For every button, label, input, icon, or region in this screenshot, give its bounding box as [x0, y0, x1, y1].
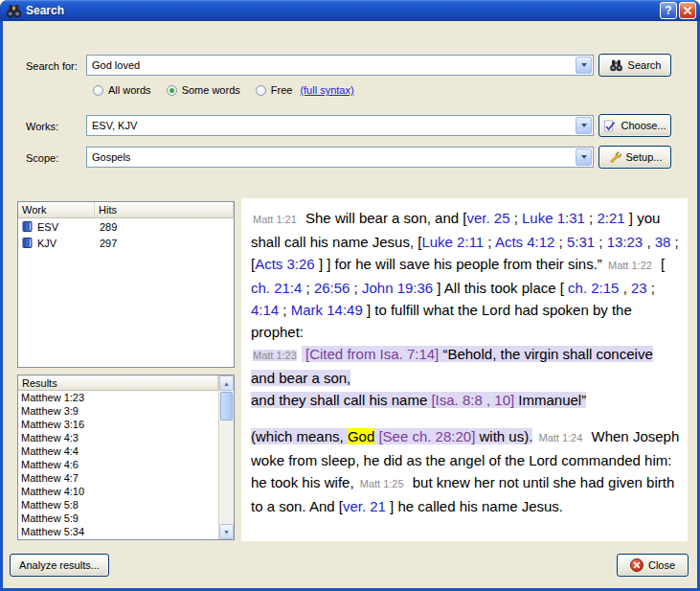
book-icon [21, 220, 34, 233]
radio-selected-icon [167, 85, 177, 96]
scripture-ref[interactable]: [Cited from Isa. 7:14] [305, 346, 439, 362]
column-header-work[interactable]: Work [18, 202, 95, 218]
work-name: ESV [37, 221, 58, 233]
scripture-ref[interactable]: Luke 1:31 [522, 210, 585, 226]
checkmark-icon [603, 120, 616, 132]
scripture-ref[interactable]: Acts 3:26 [255, 256, 315, 272]
scripture-ref[interactable]: [See ch. 28:20] [378, 428, 475, 444]
scripture-ref[interactable]: [Isa. 8:8 , 10] [431, 392, 514, 408]
verse-text: ] he called his name Jesus. [386, 498, 563, 514]
search-dialog: Search ? Search for: God loved [0, 0, 700, 591]
verse-text: , [643, 234, 655, 250]
hits-count: 297 [95, 238, 117, 249]
list-item[interactable]: Matthew 4:10 [18, 485, 218, 498]
analyze-results-button[interactable]: Analyze results... [10, 554, 109, 577]
window-close-button[interactable] [679, 2, 696, 19]
close-icon [630, 558, 644, 572]
scripture-ref[interactable]: John 19:36 [362, 280, 433, 296]
verse-text: ; [350, 280, 362, 296]
scripture-ref[interactable]: 4:14 [251, 302, 279, 318]
works-combobox[interactable]: ESV, KJV [86, 115, 594, 136]
book-icon [21, 237, 34, 249]
close-button[interactable]: Close [617, 554, 689, 577]
verse-text: ; [279, 302, 291, 318]
scripture-ref[interactable]: 13:23 [607, 234, 644, 250]
radio-unselected-icon [256, 85, 266, 96]
radio-all-words[interactable]: All words [93, 84, 151, 96]
hits-table-header: Work Hits [18, 202, 234, 218]
scripture-ref[interactable]: Mark 14:49 [291, 302, 363, 318]
verse-number: Matt 1:25 [360, 478, 404, 489]
list-item[interactable]: Matthew 3:9 [18, 404, 218, 418]
search-button-label: Search [628, 59, 662, 71]
list-item[interactable]: Matthew 4:4 [18, 444, 218, 458]
verse-text: ; [484, 234, 495, 250]
dialog-body: Search for: God loved Search [3, 21, 697, 588]
hits-table: Work Hits ESV 289 KJV [17, 201, 235, 368]
verse-text: ; [510, 210, 523, 226]
radio-label: Some words [182, 84, 240, 96]
scripture-ref[interactable]: 26:56 [314, 280, 350, 296]
scripture-ref[interactable]: ver. 25 [466, 210, 509, 226]
full-syntax-link[interactable]: (full syntax) [300, 84, 353, 96]
scripture-ref[interactable]: 38 [655, 234, 671, 250]
help-button[interactable]: ? [660, 2, 677, 19]
scripture-ref[interactable]: 2:21 [597, 210, 624, 226]
close-x-icon [683, 6, 692, 15]
scripture-ref[interactable]: ver. 21 [343, 498, 386, 514]
titlebar[interactable]: Search ? [0, 0, 700, 21]
verse-text: (which means, [251, 428, 348, 444]
list-item[interactable]: Matthew 3:16 [18, 418, 218, 431]
setup-button-label: Setup... [626, 151, 663, 163]
verse-text: , [619, 280, 631, 296]
scripture-ref[interactable]: 5:31 [567, 234, 595, 250]
verse-number: Matt 1:23 [253, 350, 297, 361]
scripture-ref[interactable]: Acts 4:12 [495, 234, 555, 250]
scripture-ref[interactable]: ch. 2:15 [568, 280, 619, 296]
search-button[interactable]: Search [598, 54, 671, 77]
binoculars-icon [6, 3, 23, 18]
column-header-hits[interactable]: Hits [95, 202, 234, 218]
dropdown-arrow-icon[interactable] [576, 148, 592, 166]
binoculars-icon [609, 59, 623, 72]
scroll-down-button[interactable]: ▼ [219, 524, 234, 539]
list-item[interactable]: Matthew 5:9 [18, 511, 218, 525]
list-item[interactable]: Matthew 4:3 [18, 431, 218, 444]
scripture-ref[interactable]: 23 [631, 280, 647, 296]
radio-unselected-icon [93, 85, 103, 96]
list-item[interactable]: Matthew 5:34 [18, 525, 218, 538]
scrollbar-thumb[interactable] [220, 392, 233, 421]
table-row[interactable]: KJV 297 [18, 235, 234, 251]
verse-text: with us). [475, 428, 532, 444]
results-scrollbar[interactable]: ▲ ▼ [218, 375, 234, 539]
window-title: Search [26, 4, 658, 17]
verse-number: Matt 1:24 [539, 432, 583, 443]
scroll-up-button[interactable]: ▲ [219, 375, 234, 391]
dropdown-arrow-icon[interactable] [576, 57, 592, 74]
dropdown-arrow-icon[interactable] [576, 117, 592, 134]
list-item[interactable]: Matthew 4:6 [18, 458, 218, 471]
scripture-ref[interactable]: ch. 21:4 [251, 280, 302, 296]
choose-button-label: Choose... [621, 120, 666, 131]
choose-works-button[interactable]: Choose... [598, 114, 671, 137]
list-item[interactable]: Matthew 4:7 [18, 471, 218, 485]
scope-setup-button[interactable]: Setup... [598, 146, 671, 169]
search-for-combobox[interactable]: God loved [86, 55, 594, 76]
radio-some-words[interactable]: Some words [167, 84, 240, 96]
scripture-ref[interactable]: Luke 2:11 [421, 234, 484, 250]
verse-text: ; [585, 210, 598, 226]
radio-free[interactable]: Free [256, 84, 293, 96]
results-header[interactable]: Results [18, 375, 218, 391]
table-row[interactable]: ESV 289 [18, 218, 234, 235]
hits-count: 289 [95, 221, 117, 233]
wrench-icon [608, 150, 621, 164]
list-item[interactable]: Matthew 5:8 [18, 498, 218, 511]
search-mode-options: All words Some words Free (full syntax) [93, 84, 354, 96]
verse-text: “Behold, the virgin shall conceive [439, 346, 652, 362]
work-name: KJV [37, 238, 56, 249]
preview-pane: Matt 1:21 She will bear a son, and [ver.… [241, 198, 688, 541]
list-item[interactable]: Matthew 1:23 [18, 391, 218, 404]
verse-text: ] ] for he will save his people from the… [315, 256, 606, 272]
scope-combobox[interactable]: Gospels [86, 147, 594, 168]
verse-text: Immanuel” [514, 392, 586, 408]
